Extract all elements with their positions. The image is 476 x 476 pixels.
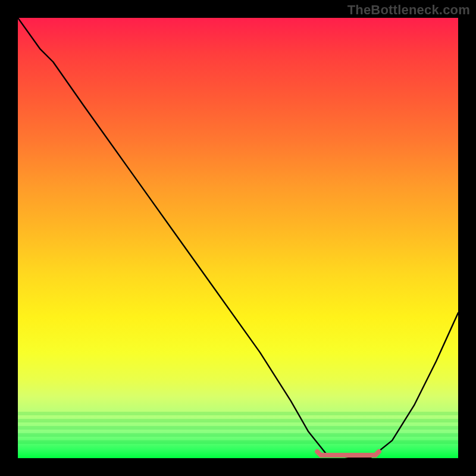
plot-area — [18, 18, 458, 458]
watermark-text: TheBottleneck.com — [347, 2, 470, 18]
curve-overlay — [18, 18, 458, 458]
bottleneck-curve-path — [18, 18, 458, 458]
chart-frame: TheBottleneck.com — [0, 0, 476, 476]
optimal-zone-marker — [317, 452, 379, 455]
